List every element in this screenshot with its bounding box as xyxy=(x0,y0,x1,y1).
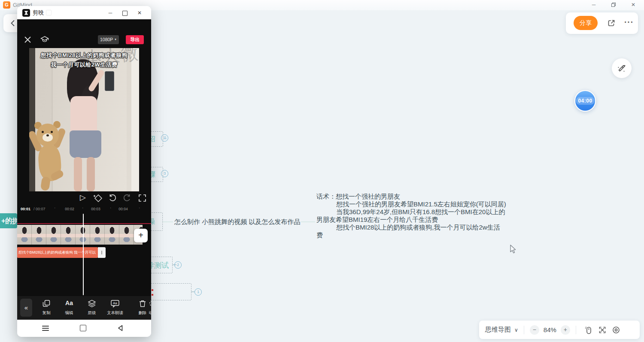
add-clip-button[interactable]: + xyxy=(134,229,148,242)
eye-icon xyxy=(612,326,620,334)
zoom-out-button[interactable]: − xyxy=(530,325,539,335)
mindmap-node-left-partial[interactable]: +的拼 xyxy=(0,213,17,228)
timer-badge[interactable]: 04:00 xyxy=(574,90,596,112)
scene-bear-leg xyxy=(40,176,51,191)
mindmap-stub-node-1[interactable] xyxy=(148,283,191,300)
timer-value: 04:00 xyxy=(576,97,594,105)
ruler-dot: · xyxy=(139,206,140,210)
timeline-total-time: / 00:07 xyxy=(33,207,46,211)
mindmap-center-node[interactable]: 怎么制作 小熊跳舞的视频 以及怎么发布作品 xyxy=(174,218,300,226)
magic-wand-icon xyxy=(617,63,627,73)
export-button[interactable]: 导出 xyxy=(126,35,144,44)
toolbar-collapse-button[interactable]: « xyxy=(20,299,32,317)
gitmind-close-button[interactable]: ✕ xyxy=(625,0,641,10)
clip-thumbnail[interactable] xyxy=(90,225,105,245)
jianying-close-button[interactable]: ✕ xyxy=(134,8,145,18)
red-marker-dot xyxy=(152,289,153,291)
open-external-icon[interactable] xyxy=(607,19,616,27)
scene-bear-eye xyxy=(42,131,44,133)
red-marker-dot xyxy=(152,294,153,296)
video-track[interactable] xyxy=(17,225,143,245)
window-badge-icon xyxy=(46,10,52,15)
playhead[interactable] xyxy=(83,214,84,295)
toolbar-item-copy[interactable]: 复制 xyxy=(35,299,58,318)
clip-thumbnail[interactable] xyxy=(61,225,76,245)
tutorial-cap-icon[interactable] xyxy=(40,36,49,44)
view-mode-dropdown[interactable]: 思维导图 xyxy=(485,326,511,334)
ruler-dot: · xyxy=(110,206,111,210)
layers-icon xyxy=(88,300,96,308)
jianying-logo-icon xyxy=(22,9,30,17)
ruler-dot: · xyxy=(82,206,83,210)
script-line: 想找个BMI28以上的奶狗或者狼狗,我一个月可以给2w生活 xyxy=(316,224,506,231)
timeline-current-time: 00:01 xyxy=(21,207,30,211)
node-number-badge-1[interactable]: 1 xyxy=(194,288,202,296)
node-number-badge-11[interactable]: 11 xyxy=(161,134,168,142)
clip-thumbnail[interactable] xyxy=(32,225,46,245)
toolbar-item-layers[interactable]: 层级 xyxy=(81,299,103,318)
magic-wand-button[interactable] xyxy=(612,58,632,78)
home-button[interactable] xyxy=(80,325,86,331)
script-line: 男朋友希望BMI19左右一个月给八千生活费 xyxy=(316,216,506,224)
scene-girl-leg xyxy=(87,157,95,191)
fullscreen-button[interactable] xyxy=(138,194,146,202)
back-button[interactable] xyxy=(117,325,124,331)
recent-apps-button[interactable] xyxy=(42,326,49,331)
scene-bear-eye xyxy=(51,131,53,133)
animation-icon xyxy=(149,300,152,308)
toolbar-item-edit[interactable]: Aa 编辑 xyxy=(58,299,80,318)
divider xyxy=(524,326,524,334)
node-number-badge-2[interactable]: 2 xyxy=(174,261,182,269)
mouse-mode-button[interactable] xyxy=(584,326,593,334)
jianying-minimize-button[interactable]: ─ xyxy=(105,8,115,18)
chevron-left-icon xyxy=(11,20,15,27)
scene-girl-top xyxy=(70,96,97,134)
connector-line xyxy=(301,221,315,222)
ruler-tick: 00:03 xyxy=(87,207,104,211)
keyframe-button[interactable] xyxy=(93,194,103,203)
scene-phone xyxy=(105,71,114,91)
clip-thumbnail[interactable] xyxy=(17,225,32,245)
share-button[interactable]: 分享 xyxy=(574,16,598,30)
fit-screen-button[interactable] xyxy=(598,326,607,334)
clip-thumbnail[interactable] xyxy=(46,225,61,245)
jianying-maximize-button[interactable] xyxy=(120,8,130,18)
script-line: 费 xyxy=(316,231,506,239)
scene-door xyxy=(131,48,139,191)
subtitle-clip-handle[interactable] xyxy=(98,247,106,258)
gitmind-restore-button[interactable] xyxy=(605,0,622,10)
clip-thumbnail[interactable] xyxy=(105,225,119,245)
expand-icon xyxy=(598,326,607,334)
dropdown-arrow-icon: ▼ xyxy=(114,38,117,41)
jianying-titlebar: 剪映 ─ ✕ xyxy=(17,6,151,19)
script-line: 话术：想找一个强社的男朋友 xyxy=(316,193,506,200)
node-number-badge-3[interactable]: 3 xyxy=(161,170,168,177)
more-options-button[interactable]: ··· xyxy=(624,18,634,27)
jianying-window-title: 剪映 xyxy=(33,9,44,17)
resolution-dropdown[interactable]: 1080P ▼ xyxy=(98,35,119,44)
toolbar-item-tts[interactable]: Aa 文本朗读 xyxy=(101,299,129,318)
track-top-line xyxy=(17,223,151,224)
scene-closet xyxy=(29,48,35,191)
gitmind-minimize-button[interactable]: ─ xyxy=(586,0,602,10)
close-editor-icon[interactable] xyxy=(24,36,31,43)
copy-icon xyxy=(43,300,51,308)
subtitle-clip[interactable]: 想找个BMI28以上的奶狗或者狼狗 我一个月可以 xyxy=(17,247,98,258)
undo-button[interactable] xyxy=(108,194,117,202)
focus-mode-button[interactable] xyxy=(612,326,620,334)
mindmap-script-node[interactable]: 话术：想找一个强社的男朋友 想找一个强社的男朋友希望BMI21.5左右姐姐宠你(… xyxy=(316,193,506,239)
connector-dash xyxy=(191,291,194,292)
share-card: 分享 ··· xyxy=(566,12,638,34)
zoom-level: 84% xyxy=(544,326,556,333)
script-line: 当我36D,99年24岁,但BMI只有16.8想找一个BMI在20以上的 xyxy=(316,208,506,216)
zoom-in-button[interactable]: + xyxy=(561,325,570,335)
ruler-tick: 00:02 xyxy=(61,207,78,211)
jianying-window: 剪映 ─ ✕ 1080P ▼ 导出 xyxy=(17,6,151,337)
restore-icon xyxy=(611,2,616,7)
toolbar-item-animation[interactable]: 动画 xyxy=(144,299,151,318)
chevron-down-icon[interactable]: ∨ xyxy=(514,327,518,333)
clip-thumbnail[interactable] xyxy=(119,225,134,245)
redo-button[interactable] xyxy=(123,194,131,202)
play-button[interactable]: ▷ xyxy=(80,193,86,202)
video-preview[interactable]: 想找个BMI28以上的奶狗或者狼狗 我一个月可以给2W生活费 本人微 xyxy=(29,48,139,191)
